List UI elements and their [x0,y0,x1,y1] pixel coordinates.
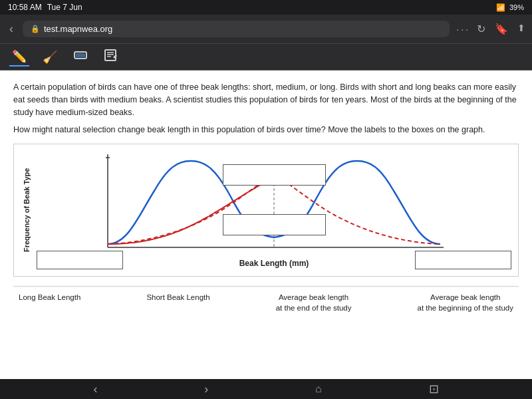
question-paragraph: A certain population of birds can have o… [13,81,519,118]
eraser-tool[interactable]: 🧹 [40,49,60,66]
x-axis-unit: (mm) [289,259,309,268]
status-time: 10:58 AM [8,3,42,12]
x-axis-label-text: Beak Length [239,259,287,268]
pencil-tool[interactable]: ✏️ [9,48,29,66]
browser-actions: ↻ 🔖 ⬆ [477,23,525,35]
dots-menu: ··· [456,24,470,35]
lock-icon: 🔒 [31,25,40,33]
status-date: Tue 7 Jun [47,3,82,12]
browser-forward-button[interactable]: › [191,381,221,398]
y-axis-label: Frequency of Beak Type [17,151,37,269]
labels-row: Long Beak Length Short Beak Length Avera… [13,286,519,319]
label-short-beak[interactable]: Short Beak Length [141,289,215,305]
tabs-button[interactable]: ⊡ [416,380,452,398]
share-icon[interactable]: ⬆ [517,23,525,35]
highlight-tool[interactable] [70,48,90,66]
graph-container: Frequency of Beak Type [13,144,519,277]
address-bar[interactable]: 🔒 test.mapnwea.org [23,21,450,37]
label-avg-end[interactable]: Average beak length at the end of the st… [271,289,357,316]
wifi-icon: 📶 [496,3,505,12]
label-long-beak[interactable]: Long Beak Length [13,289,86,305]
back-button[interactable]: ‹ [7,19,16,39]
graph-inner: Beak Length (mm) [37,151,511,269]
browser-back-button[interactable]: ‹ [80,381,110,398]
drop-box-bottom-left[interactable] [37,251,123,269]
status-bar: 10:58 AM Tue 7 Jun 📶 39% [0,0,532,15]
drop-box-middle[interactable] [223,214,326,235]
bottom-nav: ‹ › ⌂ ⊡ [0,379,532,399]
drop-box-bottom-right[interactable] [415,251,511,269]
drop-box-top[interactable] [223,164,326,186]
svg-rect-2 [105,50,116,61]
svg-rect-1 [76,53,85,57]
content-area: A certain population of birds can have o… [0,70,532,379]
reload-icon[interactable]: ↻ [477,23,485,35]
home-button[interactable]: ⌂ [302,382,335,396]
url-display: test.mapnwea.org [44,24,112,34]
label-avg-beginning[interactable]: Average beak length at the beginning of … [412,289,519,316]
note-tool[interactable] [101,48,121,66]
instruction-text: How might natural selection change beak … [13,125,519,134]
battery-level: 39% [509,3,524,11]
x-axis-label: Beak Length (mm) [239,259,309,268]
browser-chrome: ‹ 🔒 test.mapnwea.org ··· ↻ 🔖 ⬆ [0,15,532,44]
bookmark-icon[interactable]: 🔖 [495,23,508,35]
toolbar: ✏️ 🧹 [0,44,532,70]
